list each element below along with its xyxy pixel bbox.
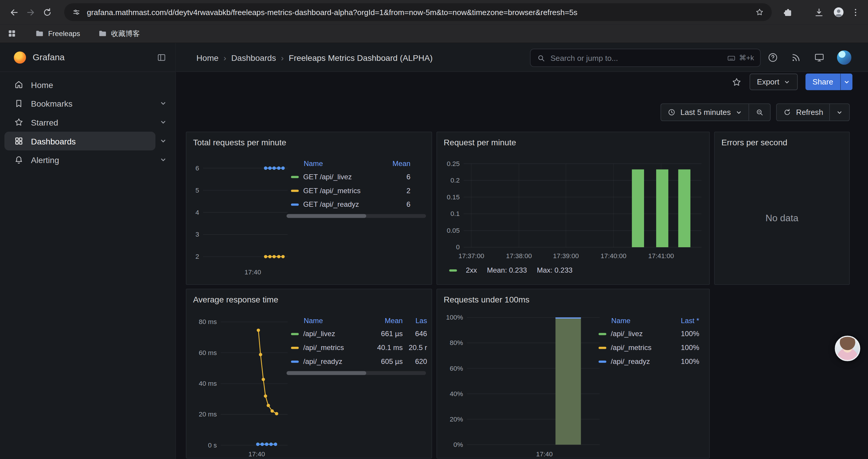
browser-menu-icon[interactable]: [847, 4, 864, 21]
reload-button[interactable]: [39, 4, 55, 21]
url-text[interactable]: grafana.mathmast.com/d/deytv4rwavabkb/fr…: [87, 8, 749, 17]
bar-chart: 100%80%60%40%20%0%17:40: [441, 311, 608, 458]
profile-avatar[interactable]: [831, 4, 847, 21]
breadcrumb-dashboards[interactable]: Dashboards: [231, 53, 276, 62]
help-icon[interactable]: [767, 52, 778, 63]
panel-errors-per-second[interactable]: Errors per second No data: [714, 132, 850, 285]
monitor-icon[interactable]: [814, 52, 825, 63]
main-content: Home › Dashboards › Freeleaps Metrics Da…: [176, 43, 868, 459]
panel-title[interactable]: Total requests per minute: [186, 132, 432, 152]
forward-button[interactable]: [22, 4, 39, 21]
legend-header: NameLast *: [594, 314, 699, 327]
export-button[interactable]: Export: [750, 73, 798, 90]
search-placeholder: Search or jump to...: [550, 54, 727, 62]
chevron-down-icon[interactable]: [155, 156, 171, 164]
panel-average-response-time[interactable]: Average response time 80 ms60 ms40 ms20 …: [186, 289, 432, 458]
legend-row[interactable]: GET /api/_livez6: [286, 170, 410, 184]
legend-row[interactable]: GET /api/_readyz6: [286, 197, 410, 211]
panel-total-requests[interactable]: Total requests per minute 6543217:40 Nam…: [186, 132, 432, 285]
legend-column-header[interactable]: Las: [403, 316, 427, 324]
sidebar-item-bookmarks[interactable]: Bookmarks: [4, 94, 171, 113]
downloads-icon[interactable]: [810, 4, 827, 21]
series-name: /api/_metrics: [303, 343, 344, 352]
sidebar-item-pill[interactable]: Starred: [4, 113, 155, 132]
panel-title[interactable]: Requests under 100ms: [437, 289, 709, 309]
legend-scrollbar[interactable]: [286, 371, 426, 375]
refresh-label: Refresh: [796, 108, 823, 117]
search-shortcut: ⌘+k: [727, 54, 754, 62]
chevron-down-icon[interactable]: [155, 100, 171, 107]
zoom-out-button[interactable]: [748, 104, 770, 121]
breadcrumb-home[interactable]: Home: [196, 53, 219, 62]
refresh-button[interactable]: Refresh: [777, 104, 829, 121]
panel-title[interactable]: Errors per second: [715, 132, 849, 152]
legend-row[interactable]: /api/_livez661 µs646: [286, 327, 427, 341]
legend-column-name[interactable]: Name: [594, 316, 668, 324]
legend-row[interactable]: GET /api/_metrics2: [286, 184, 410, 198]
legend-column-header[interactable]: Mean: [367, 316, 403, 324]
url-bar[interactable]: grafana.mathmast.com/d/deytv4rwavabkb/fr…: [64, 3, 772, 21]
sidebar-item-home[interactable]: Home: [4, 75, 171, 94]
share-dropdown-icon[interactable]: [840, 73, 852, 90]
bar-chart: 0.250.20.150.10.05017:37:0017:38:0017:39…: [441, 154, 706, 265]
series-value: 6: [377, 200, 410, 208]
legend-row[interactable]: /api/_metrics100%: [594, 340, 699, 355]
time-range-picker[interactable]: Last 5 minutes: [661, 104, 748, 121]
sidebar-item-starred[interactable]: Starred: [4, 113, 171, 132]
sidebar-item-dashboards[interactable]: Dashboards: [4, 132, 171, 151]
series-name: 2xx: [466, 266, 477, 274]
legend-row[interactable]: /api/_readyz605 µs620: [286, 355, 427, 368]
scrollbar-thumb[interactable]: [286, 371, 366, 375]
breadcrumb-current: Freeleaps Metrics Dashboard (ALPHA): [289, 53, 433, 62]
series-name: /api/_livez: [611, 330, 643, 338]
share-button[interactable]: Share: [805, 73, 840, 90]
apps-grid-icon[interactable]: [7, 29, 17, 38]
chevron-down-icon[interactable]: [155, 137, 171, 145]
favorite-star-icon[interactable]: [732, 76, 742, 87]
series-name: /api/_readyz: [303, 357, 342, 366]
sidebar-item-pill[interactable]: Dashboards: [4, 132, 155, 151]
folder-icon: [98, 29, 107, 38]
sidebar-item-pill[interactable]: Alerting: [4, 150, 155, 169]
bookmark-item[interactable]: Freeleaps: [35, 29, 80, 38]
legend-column-header[interactable]: Last *: [668, 316, 699, 324]
scrollbar-thumb[interactable]: [286, 214, 366, 218]
svg-text:4: 4: [195, 209, 199, 216]
extensions-icon[interactable]: [779, 4, 796, 21]
legend-column-name[interactable]: Name: [286, 316, 367, 324]
bookmark-star-icon[interactable]: [755, 8, 764, 17]
user-avatar[interactable]: [837, 50, 851, 65]
panel-title[interactable]: Average response time: [186, 289, 432, 309]
legend-row[interactable]: /api/_readyz100%: [594, 355, 699, 368]
sidebar-item-pill[interactable]: Bookmarks: [4, 94, 155, 113]
panel-requests-under-100ms[interactable]: Requests under 100ms 100%80%60%40%20%0%1…: [436, 289, 710, 458]
site-settings-icon[interactable]: [72, 8, 81, 17]
chevron-down-icon[interactable]: [155, 119, 171, 126]
series-color-swatch: [291, 203, 299, 205]
refresh-interval-dropdown[interactable]: [829, 104, 849, 121]
news-rss-icon[interactable]: [790, 52, 802, 63]
bookmark-label: Freeleaps: [48, 29, 80, 37]
sidebar-toggle-icon[interactable]: [157, 52, 167, 62]
legend-row[interactable]: /api/_metrics40.1 ms20.5 r: [286, 340, 427, 355]
series-value: 6: [377, 172, 410, 181]
legend-scrollbar[interactable]: [286, 214, 426, 218]
legend-row[interactable]: /api/_livez100%: [594, 327, 699, 341]
svg-text:17:38:00: 17:38:00: [506, 252, 532, 260]
grafana-header: Home › Dashboards › Freeleaps Metrics Da…: [176, 43, 868, 72]
series-name: /api/_readyz: [611, 357, 650, 366]
legend-column-header[interactable]: Mean: [377, 159, 410, 167]
panel-title[interactable]: Request per minute: [437, 132, 709, 152]
legend-column-name[interactable]: Name: [286, 159, 377, 167]
search-input[interactable]: Search or jump to... ⌘+k: [530, 49, 761, 67]
bookmark-item[interactable]: 收藏博客: [98, 28, 140, 38]
back-button[interactable]: [6, 4, 22, 21]
refresh-icon: [783, 108, 792, 117]
legend-series[interactable]: 2xx: [445, 266, 477, 274]
grafana-logo[interactable]: [14, 51, 26, 63]
sidebar-item-alerting[interactable]: Alerting: [4, 150, 171, 169]
series-name: GET /api/_metrics: [303, 186, 361, 195]
sidebar-item-pill[interactable]: Home: [4, 75, 155, 94]
panel-request-per-minute[interactable]: Request per minute 0.250.20.150.10.05017…: [436, 132, 710, 285]
floating-avatar[interactable]: [835, 336, 860, 361]
